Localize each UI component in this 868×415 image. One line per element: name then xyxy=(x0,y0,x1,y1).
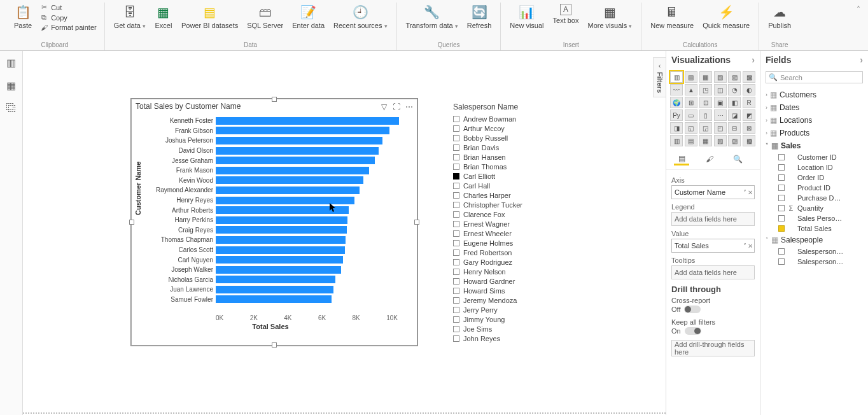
field-row[interactable]: ΣQuantity xyxy=(766,203,863,213)
slicer-item[interactable]: Carl Elliott xyxy=(453,171,574,181)
table-row[interactable]: ›▦Dates xyxy=(766,101,863,114)
bar[interactable] xyxy=(216,276,335,283)
slicer-item[interactable]: Jimmy Young xyxy=(453,314,574,324)
copy-button[interactable]: ⧉Copy xyxy=(37,13,99,22)
viz-type-icon[interactable]: ▤ xyxy=(685,135,697,146)
slicer-item[interactable]: Ernest Wheeler xyxy=(453,229,574,238)
viz-type-icon[interactable]: 🌍 xyxy=(670,97,683,108)
checkbox-icon[interactable] xyxy=(778,185,785,191)
viz-type-icon[interactable]: ◐ xyxy=(743,84,755,95)
slicer-item[interactable]: Henry Nelson xyxy=(453,267,574,276)
checkbox-icon[interactable] xyxy=(453,192,459,199)
viz-type-icon[interactable]: ◱ xyxy=(685,122,697,134)
checkbox-icon[interactable] xyxy=(453,154,459,160)
checkbox-icon[interactable] xyxy=(453,135,459,141)
checkbox-icon[interactable] xyxy=(453,297,459,304)
checkbox-icon[interactable] xyxy=(778,154,785,160)
visual-bar-chart[interactable]: Total Sales by Customer Name ▽ ⛶ ⋯ Custo… xyxy=(131,99,417,346)
slicer-item[interactable]: Jeremy Mendoza xyxy=(453,295,574,305)
bar[interactable] xyxy=(216,157,375,164)
viz-type-icon[interactable]: ▧ xyxy=(714,71,727,83)
slicer-item[interactable]: Joe Sims xyxy=(453,324,574,334)
checkbox-icon[interactable] xyxy=(453,326,459,332)
viz-type-icon[interactable]: ▥ xyxy=(670,71,683,83)
chevron-icon[interactable]: › xyxy=(766,117,767,123)
bar[interactable] xyxy=(216,246,345,254)
bar[interactable] xyxy=(216,256,343,264)
viz-type-icon[interactable]: ▥ xyxy=(670,135,683,146)
checkbox-icon[interactable] xyxy=(453,259,459,265)
checkbox-icon[interactable] xyxy=(778,215,785,222)
viz-type-icon[interactable]: ▤ xyxy=(685,71,697,83)
table-row[interactable]: ˅▦Sales xyxy=(766,139,863,152)
slicer-item[interactable]: John Reyes xyxy=(453,334,574,343)
viz-type-icon[interactable]: Py xyxy=(670,109,683,121)
chevron-down-icon[interactable]: ˅ xyxy=(743,243,746,250)
checkbox-icon[interactable] xyxy=(778,258,785,265)
checkbox-icon[interactable] xyxy=(453,164,459,170)
model-view-icon[interactable]: ⿻ xyxy=(5,102,18,115)
chevron-icon[interactable]: ˅ xyxy=(766,237,769,243)
bar[interactable] xyxy=(216,266,341,274)
keep-filters-toggle[interactable] xyxy=(685,327,701,335)
slicer-item[interactable]: Arthur Mccoy xyxy=(453,123,574,133)
viz-type-icon[interactable]: ◧ xyxy=(728,97,741,108)
field-row[interactable]: Purchase D… xyxy=(766,193,863,203)
checkbox-icon[interactable] xyxy=(453,269,459,275)
remove-icon[interactable]: ✕ xyxy=(748,243,753,250)
viz-type-icon[interactable]: ◲ xyxy=(699,122,712,134)
collapse-ribbon-icon[interactable]: ˄ xyxy=(857,5,860,14)
pbi-datasets-button[interactable]: ▤Power BI datasets xyxy=(178,3,242,41)
field-row[interactable]: Salesperson… xyxy=(766,257,863,267)
chevron-icon[interactable]: ˅ xyxy=(766,143,769,149)
slicer-item[interactable]: Andrew Bowman xyxy=(453,114,574,123)
viz-type-icon[interactable]: ▨ xyxy=(728,135,741,146)
viz-type-icon[interactable]: ◔ xyxy=(728,84,741,95)
viz-type-icon[interactable]: ⊟ xyxy=(728,122,741,134)
viz-type-icon[interactable]: ▯ xyxy=(699,109,712,121)
checkbox-icon[interactable] xyxy=(453,221,459,227)
bar[interactable] xyxy=(216,147,379,155)
data-view-icon[interactable]: ▦ xyxy=(5,79,18,92)
recent-sources-button[interactable]: 🕘Recent sources ▾ xyxy=(330,3,391,41)
cut-button[interactable]: ✂Cut xyxy=(37,3,99,12)
viz-type-icon[interactable]: ⊞ xyxy=(685,97,697,108)
bar[interactable] xyxy=(216,206,349,214)
paste-button[interactable]: 📋Paste xyxy=(10,3,36,41)
resize-handle[interactable] xyxy=(272,97,277,102)
expand-filters-icon[interactable]: ‹ xyxy=(659,62,661,69)
bar[interactable] xyxy=(216,176,363,184)
chevron-icon[interactable]: › xyxy=(766,92,767,98)
checkbox-icon[interactable] xyxy=(453,183,459,189)
checkbox-icon[interactable] xyxy=(778,164,785,171)
checkbox-icon[interactable] xyxy=(453,211,459,218)
slicer-item[interactable]: Eugene Holmes xyxy=(453,238,574,248)
viz-type-icon[interactable]: ◪ xyxy=(728,109,741,121)
checkbox-icon[interactable] xyxy=(453,240,459,246)
checkbox-icon[interactable] xyxy=(453,288,459,294)
checkbox-icon[interactable] xyxy=(453,307,459,313)
table-row[interactable]: ›▦Customers xyxy=(766,88,863,101)
checkbox-icon[interactable] xyxy=(453,316,459,323)
bar[interactable] xyxy=(216,127,389,134)
cross-report-toggle[interactable] xyxy=(684,306,701,313)
slicer-item[interactable]: Clarence Fox xyxy=(453,209,574,219)
viz-type-icon[interactable]: ▣ xyxy=(714,97,727,108)
bar[interactable] xyxy=(216,117,399,125)
viz-type-icon[interactable]: ◫ xyxy=(714,84,727,95)
bar[interactable] xyxy=(216,236,346,244)
field-row[interactable]: Total Sales xyxy=(766,223,863,234)
table-row[interactable]: ›▦Locations xyxy=(766,114,863,127)
legend-well[interactable]: Add data fields here xyxy=(671,212,755,226)
field-row[interactable]: Location ID xyxy=(766,162,863,172)
fields-search-input[interactable]: 🔍Search xyxy=(766,71,863,83)
viz-type-icon[interactable]: ▭ xyxy=(685,109,697,121)
chevron-down-icon[interactable]: ˅ xyxy=(743,189,746,196)
field-row[interactable]: Customer ID xyxy=(766,152,863,162)
slicer-item[interactable]: Gary Rodriguez xyxy=(453,257,574,267)
viz-type-icon[interactable]: ▲ xyxy=(685,84,697,95)
tooltips-well[interactable]: Add data fields here xyxy=(671,265,755,279)
checkbox-icon[interactable] xyxy=(453,335,459,342)
slicer-item[interactable]: Fred Robertson xyxy=(453,248,574,257)
viz-type-icon[interactable]: ◩ xyxy=(743,109,755,121)
